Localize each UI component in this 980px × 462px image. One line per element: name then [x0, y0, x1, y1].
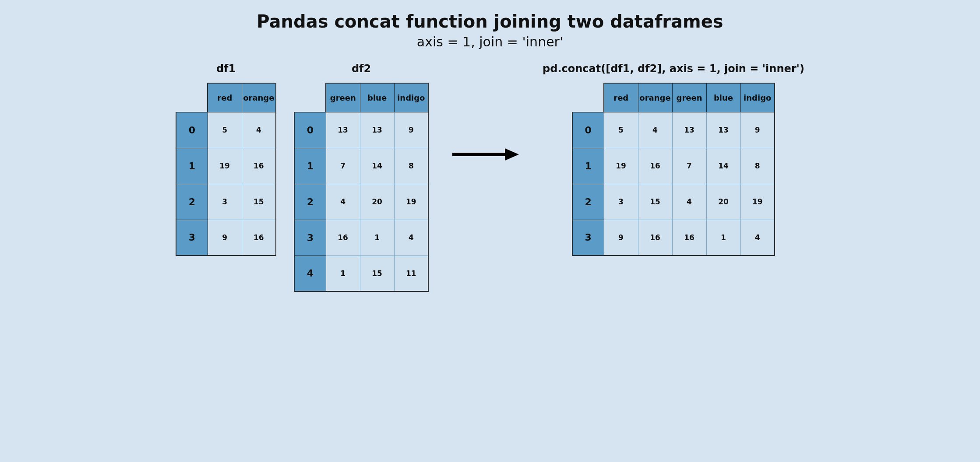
cell: 19 [394, 184, 428, 220]
row-index: 2 [176, 184, 208, 220]
cell: 11 [394, 256, 428, 291]
result-block: pd.concat([df1, df2], axis = 1, join = '… [543, 63, 804, 256]
cell: 19 [740, 184, 775, 220]
cell: 4 [740, 220, 775, 256]
cell: 4 [394, 220, 428, 256]
content-row: df1 redorange0541191623153916 df2 greenb… [18, 63, 962, 292]
diagram-canvas: Pandas concat function joining two dataf… [0, 0, 980, 318]
df2-table: greenblueindigo0131391714824201931614411… [294, 83, 429, 292]
df1-table: redorange0541191623153916 [176, 83, 276, 256]
page-subtitle: axis = 1, join = 'inner' [18, 34, 962, 49]
cell: 5 [604, 112, 638, 148]
cell: 9 [740, 112, 775, 148]
row-index: 0 [294, 112, 326, 148]
column-header: blue [360, 83, 394, 112]
cell: 1 [706, 220, 740, 256]
column-header: blue [706, 83, 740, 112]
row-index: 0 [176, 112, 208, 148]
column-header: green [672, 83, 706, 112]
cell: 14 [706, 148, 740, 184]
column-header: orange [638, 83, 672, 112]
svg-marker-1 [505, 148, 519, 161]
cell: 9 [208, 220, 242, 256]
cell: 20 [706, 184, 740, 220]
cell: 3 [208, 184, 242, 220]
row-index: 1 [572, 148, 604, 184]
column-header: red [604, 83, 638, 112]
column-header: orange [242, 83, 276, 112]
cell: 16 [672, 220, 706, 256]
row-index: 3 [176, 220, 208, 256]
cell: 7 [326, 148, 360, 184]
cell: 5 [208, 112, 242, 148]
df2-block: df2 greenblueindigo013139171482420193161… [294, 63, 429, 292]
cell: 4 [326, 184, 360, 220]
row-index: 2 [572, 184, 604, 220]
row-index: 4 [294, 256, 326, 291]
row-index: 1 [294, 148, 326, 184]
cell: 13 [706, 112, 740, 148]
df2-label: df2 [352, 63, 371, 75]
cell: 15 [638, 184, 672, 220]
cell: 14 [360, 148, 394, 184]
cell: 8 [740, 148, 775, 184]
df1-block: df1 redorange0541191623153916 [176, 63, 276, 256]
cell: 16 [242, 148, 276, 184]
cell: 1 [326, 256, 360, 291]
cell: 3 [604, 184, 638, 220]
cell: 13 [360, 112, 394, 148]
cell: 19 [604, 148, 638, 184]
cell: 1 [360, 220, 394, 256]
cell: 16 [638, 148, 672, 184]
cell: 20 [360, 184, 394, 220]
column-header: indigo [394, 83, 428, 112]
page-title: Pandas concat function joining two dataf… [18, 11, 962, 32]
cell: 15 [242, 184, 276, 220]
column-header: indigo [740, 83, 775, 112]
row-index: 3 [572, 220, 604, 256]
cell: 19 [208, 148, 242, 184]
cell: 4 [242, 112, 276, 148]
cell: 16 [638, 220, 672, 256]
cell: 8 [394, 148, 428, 184]
row-index: 1 [176, 148, 208, 184]
cell: 9 [604, 220, 638, 256]
cell: 16 [326, 220, 360, 256]
column-header: green [326, 83, 360, 112]
cell: 4 [638, 112, 672, 148]
row-index: 0 [572, 112, 604, 148]
arrow-right-icon [451, 146, 521, 163]
cell: 7 [672, 148, 706, 184]
cell: 4 [672, 184, 706, 220]
cell: 16 [242, 220, 276, 256]
column-header: red [208, 83, 242, 112]
cell: 9 [394, 112, 428, 148]
row-index: 2 [294, 184, 326, 220]
row-index: 3 [294, 220, 326, 256]
cell: 15 [360, 256, 394, 291]
cell: 13 [326, 112, 360, 148]
arrow-container [446, 63, 525, 246]
cell: 13 [672, 112, 706, 148]
df1-label: df1 [216, 63, 236, 75]
result-table: redorangegreenblueindigo0541313911916714… [572, 83, 775, 256]
result-label: pd.concat([df1, df2], axis = 1, join = '… [543, 63, 804, 75]
